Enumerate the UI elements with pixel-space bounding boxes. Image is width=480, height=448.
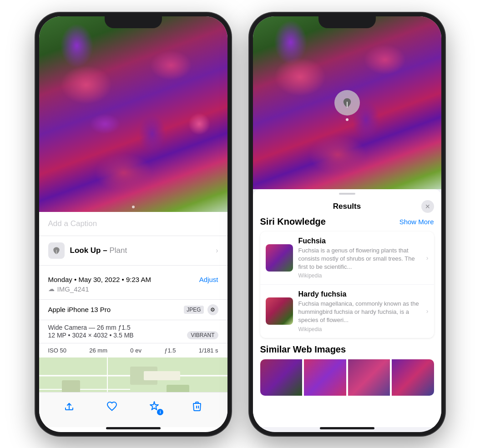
- hardy-desc: Fuchsia magellanica, commonly known as t…: [298, 300, 421, 325]
- photo-area[interactable]: [39, 16, 227, 212]
- camera-settings-icon[interactable]: ⚙: [207, 304, 218, 315]
- cloud-icon: ☁: [48, 285, 55, 292]
- right-notch: [318, 13, 376, 28]
- share-icon: [64, 401, 75, 412]
- caption-placeholder[interactable]: Add a Caption: [48, 219, 97, 228]
- svg-rect-7: [167, 385, 189, 392]
- hardy-fuchsia-item[interactable]: Hardy fuchsia Fuchsia magellanica, commo…: [260, 285, 434, 338]
- hardy-thumbnail: [266, 297, 293, 325]
- filename-row: ☁ IMG_4241: [48, 285, 218, 293]
- iso-value: ISO 50: [48, 347, 66, 354]
- focal-value: 26 mm: [89, 347, 107, 354]
- fuchsia-item[interactable]: Fuchsia Fuchsia is a genus of flowering …: [260, 232, 434, 285]
- share-button[interactable]: [61, 398, 77, 414]
- info-badge-letter: i: [160, 410, 161, 414]
- notch: [105, 13, 162, 28]
- visual-lookup-button[interactable]: [334, 90, 360, 116]
- favorite-button[interactable]: [104, 398, 120, 414]
- date-text: Monday • May 30, 2022 • 9:23 AM: [48, 276, 151, 283]
- flower-photo: [39, 16, 227, 212]
- knowledge-card: Fuchsia Fuchsia is a genus of flowering …: [260, 232, 434, 338]
- camera-section: Apple iPhone 13 Pro JPEG ⚙ Wide Camera —…: [39, 300, 227, 357]
- hardy-name: Hardy fuchsia: [298, 290, 421, 298]
- hardy-chevron: ›: [426, 307, 429, 315]
- wide-camera-text: Wide Camera — 26 mm ƒ1.5: [48, 324, 218, 331]
- date-row: Monday • May 30, 2022 • 9:23 AM Adjust: [48, 276, 218, 283]
- caption-area[interactable]: Add a Caption: [39, 212, 227, 236]
- siri-knowledge-section: Siri Knowledge Show More Fuchsia Fuchsia…: [253, 216, 441, 344]
- results-title: Results: [273, 202, 421, 211]
- left-screen: Add a Caption Look Up – Plant ›: [39, 16, 227, 432]
- shutter-value: 1/181 s: [199, 347, 218, 354]
- show-more-button[interactable]: Show More: [399, 218, 434, 226]
- look-up-label: Look Up – Plant: [70, 246, 127, 255]
- svg-rect-9: [144, 371, 180, 380]
- siri-section-header: Siri Knowledge Show More: [260, 216, 434, 227]
- fuchsia-thumbnail: [266, 244, 293, 272]
- mp-row: 12 MP • 3024 × 4032 • 3.5 MB VIBRANT: [48, 331, 218, 339]
- info-button[interactable]: i: [146, 398, 162, 414]
- results-header: Results ✕: [253, 195, 441, 216]
- scrollable-content[interactable]: Add a Caption Look Up – Plant ›: [39, 212, 227, 392]
- similar-image-2[interactable]: [304, 359, 346, 396]
- look-up-chevron: ›: [216, 247, 218, 255]
- similar-section: Similar Web Images: [253, 344, 441, 401]
- ev-value: 0 ev: [130, 347, 141, 354]
- vibrant-badge: VIBRANT: [187, 331, 218, 339]
- right-phone: Results ✕ Siri Knowledge Show More Fuc: [249, 13, 445, 436]
- map-section[interactable]: [39, 357, 227, 392]
- heart-icon: [106, 401, 117, 412]
- mp-text: 12 MP • 3024 × 4032 • 3.5 MB: [48, 332, 134, 339]
- similar-title: Similar Web Images: [260, 344, 434, 355]
- fuchsia-content: Fuchsia Fuchsia is a genus of flowering …: [298, 237, 421, 279]
- hardy-source: Wikipedia: [298, 326, 421, 332]
- aperture-value: ƒ1.5: [164, 347, 176, 354]
- filename: IMG_4241: [57, 285, 89, 293]
- visual-look-up-icon: [48, 242, 65, 259]
- results-scrollable[interactable]: Siri Knowledge Show More Fuchsia Fuchsia…: [253, 216, 441, 427]
- svg-rect-6: [62, 380, 80, 392]
- fuchsia-source: Wikipedia: [298, 272, 421, 279]
- right-home-indicator: [320, 427, 374, 429]
- similar-image-4[interactable]: [392, 359, 434, 396]
- wide-camera-row: Wide Camera — 26 mm ƒ1.5 12 MP • 3024 × …: [39, 320, 227, 343]
- format-badge: JPEG: [184, 306, 203, 314]
- page-indicator: [132, 206, 135, 208]
- similar-image-1[interactable]: [260, 359, 303, 396]
- fuchsia-desc: Fuchsia is a genus of flowering plants t…: [298, 247, 421, 272]
- camera-badges: JPEG ⚙: [184, 304, 218, 315]
- right-photo-area[interactable]: [253, 16, 441, 189]
- fuchsia-name: Fuchsia: [298, 237, 421, 245]
- fuchsia-chevron: ›: [426, 254, 429, 262]
- right-screen: Results ✕ Siri Knowledge Show More Fuc: [253, 16, 441, 432]
- map-roads-svg: [39, 357, 227, 392]
- exif-row: ISO 50 26 mm 0 ev ƒ1.5 1/181 s: [39, 343, 227, 357]
- close-button[interactable]: ✕: [421, 200, 434, 213]
- hardy-content: Hardy fuchsia Fuchsia magellanica, commo…: [298, 290, 421, 332]
- look-up-section[interactable]: Look Up – Plant ›: [39, 236, 227, 266]
- similar-images-row: [260, 359, 434, 396]
- home-indicator: [106, 427, 161, 429]
- camera-row: Apple iPhone 13 Pro JPEG ⚙: [39, 300, 227, 320]
- info-badge: i: [157, 409, 163, 415]
- look-up-row[interactable]: Look Up – Plant ›: [48, 242, 218, 259]
- adjust-button[interactable]: Adjust: [199, 276, 218, 283]
- left-phone: Add a Caption Look Up – Plant ›: [35, 13, 231, 436]
- meta-section: Monday • May 30, 2022 • 9:23 AM Adjust ☁…: [39, 269, 227, 300]
- leaf-lookup-icon: [341, 96, 354, 109]
- siri-knowledge-title: Siri Knowledge: [260, 216, 326, 227]
- lookup-dot: [346, 118, 349, 121]
- bottom-toolbar: i: [39, 392, 227, 427]
- trash-icon: [192, 401, 202, 412]
- results-panel: Results ✕ Siri Knowledge Show More Fuc: [253, 189, 441, 427]
- leaf-icon: [52, 246, 61, 255]
- similar-image-3[interactable]: [348, 359, 390, 396]
- delete-button[interactable]: [189, 398, 205, 414]
- camera-name: Apple iPhone 13 Pro: [48, 306, 111, 313]
